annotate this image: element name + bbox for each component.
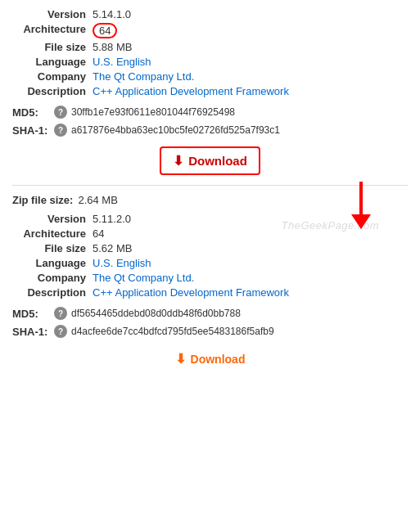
architecture-label: Architecture (12, 23, 86, 35)
md5-help-icon[interactable]: ? (54, 106, 67, 119)
s2-company-label: Company (12, 272, 86, 284)
company-value: The Qt Company Ltd. (93, 70, 194, 83)
s2-md5-help-icon[interactable]: ? (54, 307, 67, 320)
arrow-head (351, 214, 371, 229)
description-value: C++ Application Development Framework (93, 85, 289, 97)
s2-architecture-value: 64 (93, 227, 104, 240)
section1-info-table: Version 5.14.1.0 Architecture 64 File si… (12, 8, 408, 97)
sha1-row: SHA-1: ? a617876e4bba63ec10bc5fe02726fd5… (12, 124, 408, 137)
md5-label: MD5: (12, 106, 49, 119)
s2-sha1-help-icon[interactable]: ? (54, 325, 67, 338)
sha1-label: SHA-1: (12, 124, 49, 137)
version-label: Version (12, 8, 86, 20)
language-value: U.S. English (93, 56, 151, 68)
architecture-value: 64 (93, 23, 117, 38)
s2-company-row: Company The Qt Company Ltd. (12, 272, 408, 284)
download-button-2[interactable]: ⬇ Download (167, 348, 254, 370)
arrow-shaft (359, 182, 363, 214)
s2-md5-row: MD5: ? df5654465ddebd08d0ddb48f6d0bb788 (12, 307, 408, 320)
s2-md5-label: MD5: (12, 308, 49, 320)
s2-description-row: Description C++ Application Development … (12, 286, 408, 299)
s2-filesize-label: File size (12, 242, 86, 254)
download-label-1: Download (188, 154, 247, 168)
zip-label: Zip file size: (12, 194, 73, 206)
download-label-2: Download (191, 353, 246, 366)
language-label: Language (12, 56, 86, 68)
s2-language-row: Language U.S. English (12, 257, 408, 269)
s2-sha1-row: SHA-1: ? d4acfee6de7cc4bdfcd795fd5ee5483… (12, 325, 408, 338)
description-row: Description C++ Application Development … (12, 85, 408, 97)
filesize-row: File size 5.88 MB (12, 41, 408, 53)
s2-language-label: Language (12, 257, 86, 269)
download-row-1: ⬇ Download (12, 146, 408, 175)
s2-company-value: The Qt Company Ltd. (93, 272, 194, 284)
sha1-help-icon[interactable]: ? (54, 124, 67, 137)
s2-description-label: Description (12, 286, 86, 299)
s2-architecture-row: Architecture 64 (12, 227, 408, 240)
version-value: 5.14.1.0 (93, 8, 131, 20)
s2-version-value: 5.11.2.0 (93, 213, 131, 225)
architecture-row: Architecture 64 (12, 23, 408, 38)
s2-md5-value: df5654465ddebd08d0ddb48f6d0bb788 (71, 308, 241, 319)
description-label: Description (12, 85, 86, 97)
md5-row: MD5: ? 30ffb1e7e93f0611e801044f76925498 (12, 106, 408, 119)
md5-value: 30ffb1e7e93f0611e801044f76925498 (71, 106, 235, 118)
company-row: Company The Qt Company Ltd. (12, 70, 408, 83)
download-button-1[interactable]: ⬇ Download (160, 146, 260, 175)
language-row: Language U.S. English (12, 56, 408, 68)
zip-value: 2.64 MB (78, 194, 117, 206)
arrow-annotation (335, 182, 371, 229)
s2-language-value: U.S. English (93, 257, 151, 269)
filesize-value: 5.88 MB (93, 41, 132, 53)
s2-sha1-label: SHA-1: (12, 326, 49, 338)
s2-filesize-value: 5.62 MB (93, 242, 132, 254)
company-label: Company (12, 70, 86, 83)
version-row: Version 5.14.1.0 (12, 8, 408, 20)
filesize-label: File size (12, 41, 86, 53)
s2-filesize-row: File size 5.62 MB (12, 242, 408, 254)
sha1-value: a617876e4bba63ec10bc5fe02726fd525a7f93c1 (71, 124, 280, 136)
download-icon-2: ⬇ (175, 351, 186, 367)
s2-architecture-label: Architecture (12, 227, 86, 240)
download-row-2: ⬇ Download (12, 348, 408, 370)
s2-version-label: Version (12, 213, 86, 225)
download-icon-1: ⬇ (173, 153, 183, 169)
s2-sha1-value: d4acfee6de7cc4bdfcd795fd5ee5483186f5afb9 (71, 326, 274, 337)
s2-description-value: C++ Application Development Framework (93, 286, 289, 299)
